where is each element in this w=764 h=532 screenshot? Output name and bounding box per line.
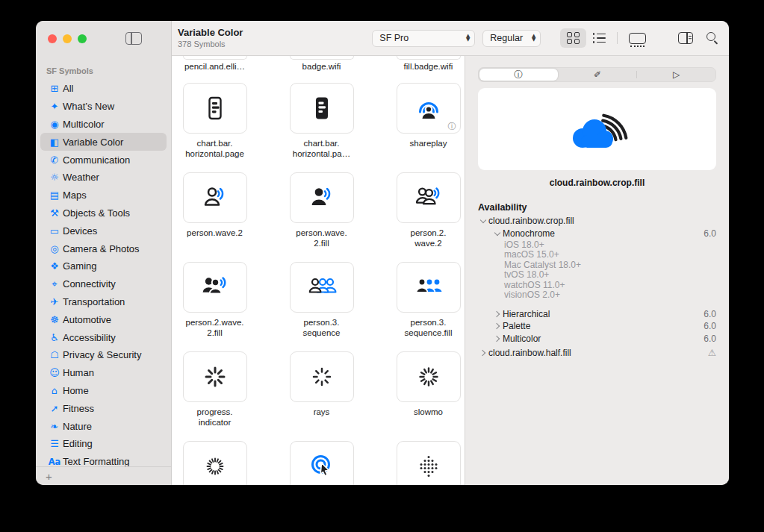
platform-item: Mac Catalyst 18.0+	[504, 260, 716, 270]
chevron-right-icon[interactable]	[479, 349, 488, 357]
version-value: 6.0	[704, 309, 716, 319]
sidebar-item-objects-tools[interactable]: ⚒Objects & Tools	[40, 204, 167, 222]
close-button[interactable]	[48, 34, 57, 43]
info-badge-icon[interactable]: ⓘ	[448, 122, 456, 131]
grid-row-clipped: pencil.and.elli… badge.wifi fill.badge.w…	[172, 56, 465, 71]
grid-view-button[interactable]	[560, 28, 586, 48]
availability-header: Availability	[478, 202, 716, 213]
search-icon[interactable]	[705, 31, 720, 46]
symbol-cell[interactable]: chart.bar. horizontal.page	[172, 83, 268, 160]
sidebar-item-human[interactable]: ☺Human	[40, 364, 167, 382]
weight-popup[interactable]: Regular ▲▼	[482, 30, 541, 47]
symbol-cell[interactable]: progress. indicator	[172, 351, 268, 429]
inspector-tabs: ⓘ ✐ ▷	[478, 67, 716, 82]
zoom-button[interactable]	[78, 34, 87, 43]
camera-icon: ◎	[46, 243, 63, 254]
shareplay-icon	[414, 93, 444, 123]
inspector-toggle-icon[interactable]	[678, 32, 693, 44]
symbol-cell[interactable]: fill.badge.wifi	[375, 56, 465, 71]
mode-row-hierarchical[interactable]: Hierarchical 6.0	[478, 307, 716, 320]
sidebar-item-multicolor[interactable]: ◉Multicolor	[40, 116, 167, 134]
add-category-button[interactable]: +	[46, 471, 52, 482]
symbol-cell[interactable]: ⓘ shareplay	[375, 83, 465, 160]
platform-item: visionOS 2.0+	[504, 290, 716, 300]
person-wave-2-fill-icon	[307, 183, 337, 213]
sidebar-item-connectivity[interactable]: ⌖Connectivity	[40, 275, 167, 293]
symbol-cell[interactable]	[375, 441, 465, 485]
car-icon: ✈	[46, 296, 63, 307]
symbol-cell[interactable]: person.3. sequence.fill	[375, 262, 465, 339]
mode-row-multicolor[interactable]: Multicolor 6.0	[478, 332, 716, 345]
traffic-lights	[48, 34, 87, 43]
tab-animate[interactable]: ▷	[637, 68, 715, 81]
rays-icon	[307, 362, 337, 392]
availability-symbol-row[interactable]: cloud.rainbow.crop.fill	[478, 215, 716, 228]
house-icon: ⌂	[46, 385, 63, 396]
list-view-button[interactable]	[586, 28, 612, 48]
mode-row-monochrome[interactable]: Monochrome 6.0	[478, 228, 716, 240]
symbol-cell[interactable]: chart.bar. horizontal.pa…	[268, 83, 375, 160]
sidebar-item-camera-photos[interactable]: ◎Camera & Photos	[40, 240, 167, 257]
sidebar-item-communication[interactable]: ✆Communication	[40, 151, 167, 169]
sidebar-item-weather[interactable]: ☼Weather	[40, 169, 167, 187]
lock-icon: ☖	[46, 349, 63, 360]
sidebar-item-variable-color[interactable]: ◧Variable Color	[40, 133, 167, 151]
stepper-icon: ▲▼	[529, 34, 535, 41]
minimize-button[interactable]	[63, 34, 72, 43]
sidebar-footer: +	[36, 466, 171, 485]
sidebar-item-all[interactable]: ⊞All	[40, 80, 167, 98]
font-popup[interactable]: SF Pro ▲▼	[372, 30, 475, 47]
symbol-cell[interactable]: person.2.wave. 2.fill	[172, 262, 268, 339]
toolbar-separator	[617, 32, 618, 44]
symbol-cell[interactable]: person.wave.2	[172, 172, 268, 250]
chevron-down-icon[interactable]	[493, 230, 503, 237]
symbol-cell[interactable]: badge.wifi	[268, 56, 375, 71]
sidebar-item-accessibility[interactable]: ♿Accessibility	[40, 328, 167, 346]
chevron-right-icon[interactable]	[493, 310, 503, 318]
platform-item: macOS 15.0+	[504, 250, 716, 260]
symbol-cell[interactable]: person.3. sequence	[268, 262, 375, 339]
symbol-cell[interactable]	[172, 441, 268, 485]
related-symbol-row[interactable]: cloud.rainbow.half.fill ⚠	[478, 347, 716, 360]
sidebar-item-transportation[interactable]: ✈Transportation	[40, 293, 167, 311]
sidebar-item-home[interactable]: ⌂Home	[40, 382, 167, 400]
sidebar-item-editing[interactable]: ☰Editing	[40, 435, 167, 453]
sidebar-item-maps[interactable]: ▤Maps	[40, 187, 167, 204]
gallery-view-button[interactable]	[622, 28, 653, 48]
sidebar-item-gaming[interactable]: ❖Gaming	[40, 257, 167, 275]
grid-view-icon	[567, 32, 580, 45]
symbol-cell[interactable]: pencil.and.elli…	[172, 56, 268, 71]
folder-icon: ⚒	[46, 207, 63, 219]
sidebar-item-nature[interactable]: ❧Nature	[40, 417, 167, 435]
symbol-cell[interactable]: rays	[268, 351, 375, 429]
mode-row-palette[interactable]: Palette 6.0	[478, 320, 716, 333]
sidebar-item-fitness[interactable]: ➚Fitness	[40, 399, 167, 417]
symbol-cell[interactable]: person.2. wave.2	[375, 172, 465, 250]
tab-rendering[interactable]: ✐	[559, 68, 637, 81]
chevron-right-icon[interactable]	[493, 322, 503, 330]
symbol-cell[interactable]: slowmo	[375, 351, 465, 429]
sidebar-titlebar	[36, 21, 171, 56]
gallery-view-icon	[629, 33, 646, 44]
sidebar-toggle-icon[interactable]	[125, 32, 142, 45]
paintbrush-icon: ✐	[594, 69, 601, 80]
chevron-right-icon[interactable]	[493, 335, 503, 342]
speech-bubble-icon: ✆	[46, 154, 63, 166]
person-2-wave-2-fill-icon	[200, 272, 230, 302]
platform-item: watchOS 11.0+	[504, 281, 716, 290]
symbol-cell[interactable]: person.wave. 2.fill	[268, 172, 375, 250]
sidebar-item-whats-new[interactable]: ✦What’s New	[40, 98, 167, 116]
sidebar-item-automotive[interactable]: ☸Automotive	[40, 310, 167, 328]
sidebar-item-privacy-security[interactable]: ☖Privacy & Security	[40, 346, 167, 364]
sidebar-item-devices[interactable]: ▭Devices	[40, 222, 167, 240]
tab-info[interactable]: ⓘ	[479, 69, 558, 81]
accessibility-icon: ♿	[46, 332, 63, 343]
sidebar-item-text-formatting[interactable]: AaText Formatting	[40, 453, 167, 467]
display-icon: ▭	[46, 225, 63, 237]
platform-list: iOS 18.0+ macOS 15.0+ Mac Catalyst 18.0+…	[478, 240, 716, 300]
map-icon: ▤	[46, 190, 63, 201]
symbol-cell[interactable]	[268, 441, 375, 485]
cursorarrow-rays-icon	[307, 451, 337, 481]
chevron-down-icon[interactable]	[479, 217, 488, 225]
text-format-icon: Aa	[46, 457, 63, 467]
